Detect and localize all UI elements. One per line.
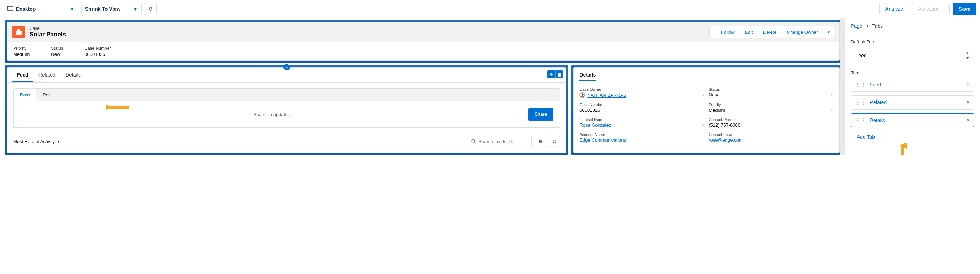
tabs-list-label: Tabs	[851, 70, 974, 76]
default-tab-select[interactable]: Feed ▲▼	[851, 47, 974, 64]
tab-related[interactable]: Related	[33, 68, 60, 82]
svg-point-10	[541, 141, 542, 142]
dcasenum-label: Case Number	[579, 103, 705, 107]
owner-label: Case Owner	[579, 87, 705, 92]
pencil-icon[interactable]: ✎	[701, 123, 705, 128]
dstatus-label: Status	[709, 87, 834, 92]
contactname-link[interactable]: Rose Gonzalez	[579, 122, 705, 128]
trash-icon[interactable]	[555, 70, 563, 78]
refresh-icon	[148, 6, 153, 11]
add-component-button[interactable]: ＋	[283, 64, 290, 70]
status-value: New	[51, 52, 63, 57]
zoom-label: Shrink To View	[85, 6, 123, 12]
save-button[interactable]: Save	[953, 3, 977, 15]
feed-search-input[interactable]: Search this feed...	[468, 136, 532, 147]
dstatus-value: New	[709, 92, 834, 98]
details-title: Details	[579, 72, 596, 81]
change-owner-icon[interactable]: ⇄	[701, 93, 705, 98]
delete-button[interactable]: Delete	[758, 26, 782, 38]
share-button[interactable]: Share	[528, 108, 554, 121]
search-icon	[471, 139, 476, 144]
record-header: Case Solar Panels ＋Follow Edit Delete Ch…	[7, 22, 840, 61]
dcasenum-value: 00001026	[579, 108, 705, 113]
svg-rect-1	[9, 11, 11, 11]
tab-item-feed[interactable]: ⋮⋮ Feed ×	[851, 78, 974, 92]
owner-avatar-icon: 👤	[579, 92, 585, 98]
tab-item-details[interactable]: ⋮⋮ Details ×	[851, 113, 974, 127]
crumb-tabs: Tabs	[872, 23, 883, 29]
status-label: Status	[51, 46, 63, 51]
dpriority-label: Priority	[709, 103, 834, 107]
tab-item-related[interactable]: ⋮⋮ Related ×	[851, 95, 974, 109]
close-icon[interactable]: ×	[966, 117, 970, 124]
chevron-down-icon: ▼	[70, 6, 75, 12]
record-type: Case	[30, 26, 66, 31]
svg-line-5	[474, 142, 476, 143]
svg-rect-3	[18, 29, 20, 31]
contactphone-value: (512) 757-6000	[709, 122, 834, 128]
breadcrumb: Page > Tabs	[851, 23, 974, 29]
svg-point-9	[539, 139, 540, 141]
svg-point-11	[539, 142, 540, 143]
sort-icon: ▲▼	[966, 51, 970, 60]
edit-button[interactable]: Edit	[740, 26, 758, 38]
follow-button[interactable]: ＋Follow	[710, 26, 740, 38]
contactphone-label: Contact Phone	[709, 117, 834, 122]
pencil-icon[interactable]: ✎	[830, 108, 834, 113]
contactname-label: Contact Name	[579, 117, 705, 122]
device-label: Desktop	[16, 6, 59, 12]
casenum-value: 00001026	[84, 52, 111, 57]
zoom-select[interactable]: Shrink To View ▼	[81, 3, 142, 15]
accountname-label: Account Name	[579, 132, 705, 137]
refresh-button[interactable]	[145, 3, 157, 15]
accountname-link[interactable]: Edge Communications	[579, 137, 705, 143]
tab-details[interactable]: Details	[60, 68, 86, 82]
details-component[interactable]: Details Case Owner 👤 NATHAN BARRAS ⇄	[573, 67, 840, 153]
feed-refresh-button[interactable]	[549, 136, 560, 147]
contactemail-link[interactable]: rose@edge.com	[709, 137, 834, 143]
drag-icon[interactable]: ⋮⋮	[855, 101, 866, 104]
tab-feed[interactable]: Feed	[12, 68, 33, 82]
drag-icon[interactable]: ⋮⋮	[855, 119, 866, 122]
casenum-label: Case Number	[84, 46, 111, 51]
case-icon	[13, 25, 25, 38]
chevron-down-icon: ▼	[57, 139, 60, 143]
pencil-icon[interactable]: ✎	[830, 93, 834, 98]
activation-button: Activation...	[912, 3, 950, 15]
priority-value: Medium	[13, 52, 30, 57]
drag-icon[interactable]: ⋮⋮	[855, 83, 866, 86]
desktop-icon	[8, 6, 13, 11]
chevron-down-icon: ▼	[133, 6, 138, 12]
analyze-button[interactable]: Analyze	[879, 3, 909, 15]
record-actions: ＋Follow Edit Delete Change Owner ▼	[710, 26, 834, 38]
more-actions-button[interactable]: ▼	[823, 26, 834, 38]
owner-link[interactable]: NATHAN BARRAS	[587, 92, 627, 98]
page-canvas: Case Solar Panels ＋Follow Edit Delete Ch…	[0, 18, 845, 155]
plus-icon: ＋	[715, 29, 719, 35]
crumb-page[interactable]: Page	[851, 23, 862, 29]
svg-rect-2	[16, 31, 22, 35]
properties-panel: Page > Tabs Default Tab Feed ▲▼ Tabs ⋮⋮ …	[845, 18, 980, 155]
svg-rect-0	[8, 6, 13, 10]
scrollbar[interactable]	[840, 18, 845, 155]
feed-filter-button[interactable]	[535, 136, 546, 147]
subtab-poll[interactable]: Poll	[36, 89, 57, 101]
contactemail-label: Contact Email	[709, 132, 834, 137]
tabs-component[interactable]: ＋ ✥ Feed Related Details	[7, 67, 566, 153]
share-input[interactable]: Share an update...	[20, 108, 525, 121]
move-icon[interactable]: ✥	[547, 70, 555, 78]
annotation-arrow	[899, 143, 907, 155]
chevron-down-icon: ▼	[827, 30, 830, 34]
subtab-post[interactable]: Post	[14, 89, 36, 101]
change-owner-button[interactable]: Change Owner	[782, 26, 823, 38]
record-title: Solar Panels	[30, 31, 66, 38]
priority-label: Priority	[13, 46, 30, 51]
feed-sort[interactable]: Most Recent Activity▼	[13, 139, 60, 144]
close-icon[interactable]: ×	[966, 81, 970, 88]
close-icon[interactable]: ×	[966, 99, 970, 106]
dpriority-value: Medium	[709, 108, 834, 113]
add-tab-button[interactable]: Add Tab	[851, 131, 881, 143]
default-tab-label: Default Tab	[851, 39, 974, 44]
device-select[interactable]: Desktop ▼	[3, 3, 78, 15]
svg-point-4	[472, 139, 475, 143]
